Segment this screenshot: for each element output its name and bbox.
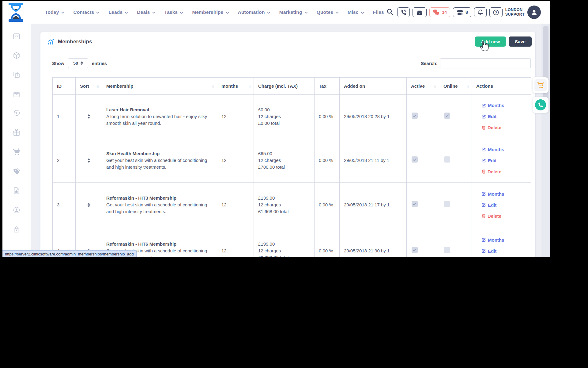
phone-button[interactable] [397,7,410,17]
gift-icon[interactable] [13,129,21,137]
cell-tax: 0.00 % [315,246,339,256]
row-sort-handle[interactable] [76,203,102,207]
edit-link[interactable]: Edit [482,114,531,119]
online-checkbox[interactable] [444,156,450,163]
add-new-button[interactable]: Add new [475,36,506,47]
edit-icon [482,103,486,108]
column-header-tax[interactable]: Tax↑↓ [315,78,340,95]
nav-item-label: Automation [238,10,265,15]
report-icon[interactable] [13,187,21,195]
history-icon[interactable] [13,109,21,117]
user-badge-icon[interactable] [13,206,21,214]
online-checkbox[interactable] [444,247,450,253]
avatar[interactable] [527,6,541,19]
nav-item-tasks[interactable]: Tasks [164,10,183,15]
column-header-added-on[interactable]: Added on↑↓ [340,78,407,95]
delete-link[interactable]: Delete [482,169,531,174]
active-checkbox[interactable] [412,201,418,207]
column-header-online[interactable]: Online↑↓ [439,78,472,95]
sort-desc-icon: ↓ [213,84,214,88]
show-label: Show [52,61,64,66]
column-header-membership[interactable]: Membership↑↓ [102,78,217,95]
membership-name: Reformaskin - HIT3 Membership [106,195,213,201]
months-link[interactable]: Months [482,237,531,243]
check-icon [444,113,450,119]
months-link[interactable]: Months [482,147,531,152]
memberships-table: ID↑↓Sort↑↓Membership↑↓months↑↓Charge (In… [52,77,531,257]
months-link[interactable]: Months [482,191,531,197]
active-checkbox[interactable] [412,113,418,119]
copy-icon[interactable] [13,71,21,79]
floating-cart-button[interactable] [533,77,548,93]
edit-link[interactable]: Edit [482,202,531,208]
nav-item-leads[interactable]: Leads [108,10,128,15]
package-icon[interactable] [13,52,21,59]
cell-charge: £139.0012 charges£1,668.00 total [254,193,314,217]
nav-item-deals[interactable]: Deals [137,10,155,15]
nav-item-automation[interactable]: Automation [238,10,270,15]
row-sort-handle[interactable] [76,158,102,163]
sort-desc-icon: ↓ [435,84,436,88]
chart-icon [48,39,55,45]
column-header-months[interactable]: months↑↓ [217,78,254,95]
nav-item-today[interactable]: Today [45,10,65,15]
select-arrows-icon [81,61,83,65]
nav-item-marketing[interactable]: Marketing [279,10,308,15]
svg-text:?: ? [495,10,497,14]
edit-icon [482,158,486,163]
edit-link[interactable]: Edit [482,248,531,254]
online-checkbox[interactable] [444,113,450,119]
cart-icon [537,82,544,89]
inbox-button[interactable] [413,7,427,17]
column-header-id[interactable]: ID↑↓ [53,78,76,95]
nav-item-misc[interactable]: Misc [348,10,364,15]
active-checkbox[interactable] [412,156,418,163]
sort-desc-icon: ↓ [71,84,73,88]
delete-link[interactable]: Delete [482,125,531,130]
column-header-charge-incl-tax-[interactable]: Charge (Incl. TAX)↑↓ [254,78,315,95]
user-icon [530,8,538,16]
nav-item-memberships[interactable]: Memberships [192,10,229,15]
search-icon[interactable] [386,8,393,16]
clinicsoftware-logo-icon[interactable] [7,3,24,22]
row-sort-handle[interactable] [76,114,102,119]
notifications-button[interactable] [474,7,487,17]
tags-icon[interactable] [13,167,21,175]
nav-item-label: Today [45,10,59,15]
months-link[interactable]: Months [482,103,531,108]
floating-phone-button[interactable] [533,97,548,113]
status-url-tooltip: https://server2.clinicsoftware.com/admin… [2,250,137,257]
chevron-down-icon [180,12,183,14]
nav-item-label: Files [373,10,384,15]
navbar-actions: 14 8 ? [386,1,541,24]
nav-item-label: Leads [108,10,123,15]
save-button[interactable]: Save [509,36,532,47]
shop-button[interactable]: 8 [453,7,471,17]
help-button[interactable]: ? [489,7,503,17]
column-header-sort[interactable]: Sort↑↓ [76,78,102,95]
edit-link[interactable]: Edit [482,158,531,163]
nav-item-contacts[interactable]: Contacts [74,10,100,15]
search-input[interactable] [440,58,531,68]
cart-icon[interactable] [13,148,21,156]
column-header-active[interactable]: Active↑↓ [407,78,439,95]
lock-icon[interactable] [13,225,21,233]
delete-link[interactable]: Delete [482,213,531,219]
page-size-select[interactable]: 50 [68,58,88,68]
chat-button[interactable]: 14 [429,7,450,17]
nav-item-label: Marketing [279,10,302,15]
active-checkbox[interactable] [412,247,418,253]
page-title: Memberships [58,39,92,45]
table-controls: Show 50 entries Search: [52,58,531,68]
column-label: Membership [106,83,133,89]
browser-viewport: TodayContactsLeadsDealsTasksMembershipsA… [2,1,550,257]
online-checkbox[interactable] [444,201,450,207]
nav-item-label: Deals [137,10,150,15]
check-icon [412,247,418,253]
nav-item-quotes[interactable]: Quotes [317,10,339,15]
shopping-bag-icon[interactable] [13,90,21,98]
calendar-icon[interactable]: 12 [13,32,21,40]
nav-item-files[interactable]: Files [373,10,384,15]
cell-tax: 0.00 % [315,155,339,166]
search-label: Search: [421,61,438,66]
